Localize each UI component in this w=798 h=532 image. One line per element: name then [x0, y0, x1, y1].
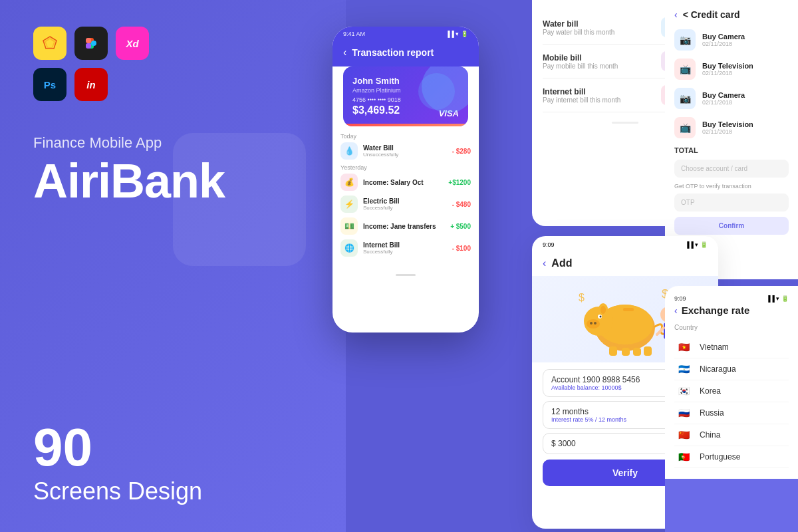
phone-mockup: 9:41 AM ▐▐ ▾ 🔋 ‹ Transaction report John…: [306, 27, 505, 505]
tx-water-bill[interactable]: 💧 Water Bill Unsuccessfully - $280: [340, 142, 471, 160]
camera-icon-1: 📷: [674, 29, 696, 51]
portuguese-name: Portuguese: [700, 452, 740, 462]
tv-icon-1: 📺: [674, 59, 696, 80]
tx-electric-amount: - $480: [452, 201, 471, 208]
buy-camera-1-info: Buy Camera 02/11/2018: [702, 33, 745, 47]
korea-name: Korea: [700, 386, 721, 396]
exchange-status-time: 9:09: [674, 295, 686, 302]
svg-text:$: $: [579, 292, 585, 303]
camera-icon-2: 📷: [674, 88, 696, 109]
tx-salary-icon: 💰: [340, 174, 358, 191]
svg-point-15: [600, 315, 602, 317]
scroll-indicator: [332, 261, 479, 284]
screens-count: 90: [33, 421, 313, 474]
tx-electric[interactable]: ⚡ Electric Bill Successfully - $480: [340, 196, 471, 213]
tx-internet-info: Internet Bill Successfully: [363, 241, 447, 255]
country-nicaragua[interactable]: 🇳🇮 Nicaragua: [674, 358, 789, 380]
tx-jane[interactable]: 💵 Income: Jane transfers + $500: [340, 217, 471, 235]
bg-decoration: [173, 133, 306, 266]
buy-camera-1[interactable]: 📷 Buy Camera 02/11/2018: [674, 29, 798, 51]
xd-icon[interactable]: Xd: [116, 27, 149, 60]
tx-water-info: Water Bill Unsuccessfully: [363, 144, 447, 158]
svg-rect-7: [86, 43, 91, 49]
tx-jane-info: Income: Jane transfers: [363, 223, 445, 230]
invision-icon[interactable]: in: [74, 68, 108, 101]
confirm-button[interactable]: Confirm: [674, 217, 789, 235]
tx-water-icon: 💧: [340, 142, 358, 160]
account-selector[interactable]: Choose account / card: [674, 160, 789, 178]
exchange-status-row: 9:09 ▐▐ ▾ 🔋: [674, 295, 789, 305]
photoshop-icon[interactable]: Ps: [33, 68, 66, 101]
tx-internet[interactable]: 🌐 Internet Bill Successfully - $100: [340, 239, 471, 257]
buy-television-2[interactable]: 📺 Buy Television 02/11/2018: [674, 117, 798, 138]
internet-bill-info: Internet bill Pay internet bill this mon…: [543, 87, 653, 104]
card-redbar: [343, 124, 468, 126]
tx-electric-icon: ⚡: [340, 196, 358, 213]
phone-frame: 9:41 AM ▐▐ ▾ 🔋 ‹ Transaction report John…: [332, 27, 479, 332]
country-russia[interactable]: 🇷🇺 Russia: [674, 402, 789, 424]
country-vietnam[interactable]: 🇻🇳 Vietnam: [674, 336, 789, 358]
russia-flag: 🇷🇺: [674, 406, 693, 420]
bottom-purple-banner: [665, 479, 798, 532]
card-name: John Smith: [352, 76, 459, 86]
status-icons: ▐▐ ▾ 🔋: [446, 31, 468, 37]
tx-internet-icon: 🌐: [340, 239, 358, 257]
svg-rect-22: [623, 308, 634, 311]
buy-tv-1-info: Buy Television 02/11/2018: [702, 62, 753, 76]
phone-status-bar: 9:41 AM ▐▐ ▾ 🔋: [332, 27, 479, 41]
exchange-rate-title: Exchange rate: [682, 305, 750, 316]
svg-point-11: [587, 319, 600, 329]
tx-water-amount: - $280: [452, 148, 471, 155]
svg-point-17: [600, 306, 606, 314]
add-status-bar: 9:09 ▐▐ ▾ 🔋: [532, 236, 718, 253]
water-bill-info: Water bill Pay water bill this month: [543, 19, 653, 36]
figma-icon[interactable]: [74, 27, 108, 60]
buy-television-1[interactable]: 📺 Buy Television 02/11/2018: [674, 59, 798, 80]
otp-input[interactable]: OTP: [674, 194, 789, 211]
tool-icons-group: Xd Ps in: [33, 27, 180, 101]
svg-rect-19: [622, 348, 630, 356]
card-network: VISA: [439, 108, 459, 118]
svg-point-12: [590, 322, 593, 325]
svg-rect-21: [644, 346, 652, 356]
tx-jane-amount: + $500: [450, 223, 471, 230]
country-label: Country: [674, 324, 789, 331]
credit-card-title: < Credit card: [683, 9, 740, 20]
tx-salary-info: Income: Salary Oct: [363, 179, 443, 186]
svg-rect-18: [609, 346, 617, 356]
sketch-icon[interactable]: [33, 27, 66, 60]
russia-name: Russia: [700, 408, 724, 418]
tv-icon-2: 📺: [674, 117, 696, 138]
country-portuguese[interactable]: 🇵🇹 Portuguese: [674, 446, 789, 468]
back-arrow[interactable]: ‹: [343, 47, 346, 59]
mobile-bill-info: Mobile bill Pay mobile bill this month: [543, 53, 653, 70]
card-number: 4756 •••• •••• 9018: [352, 96, 459, 103]
phone-credit-card[interactable]: John Smith Amazon Platinium 4756 •••• ••…: [343, 66, 468, 126]
tx-electric-info: Electric Bill Successfully: [363, 198, 447, 211]
vietnam-flag: 🇻🇳: [674, 340, 693, 354]
korea-flag: 🇰🇷: [674, 384, 693, 398]
country-korea[interactable]: 🇰🇷 Korea: [674, 380, 789, 402]
buy-camera-2[interactable]: 📷 Buy Camera 02/11/2018: [674, 88, 798, 109]
add-header: ‹ Add: [532, 253, 718, 276]
tx-jane-icon: 💵: [340, 217, 358, 235]
country-china[interactable]: 🇨🇳 China: [674, 424, 789, 446]
phone-header: ‹ Transaction report: [332, 41, 479, 66]
tx-internet-amount: - $100: [452, 245, 471, 252]
nicaragua-flag: 🇳🇮: [674, 362, 693, 376]
transactions-list: Today 💧 Water Bill Unsuccessfully - $280…: [332, 133, 479, 257]
screens-label: Screens Design: [33, 477, 313, 505]
credit-back-arrow[interactable]: ‹: [674, 9, 678, 20]
add-back-arrow[interactable]: ‹: [543, 257, 546, 269]
left-panel: Xd Ps in Finance Mobile App AiriBank 90 …: [0, 0, 346, 532]
add-status-time: 9:09: [543, 241, 555, 248]
exchange-back-arrow[interactable]: ‹: [674, 305, 678, 316]
svg-rect-20: [633, 348, 641, 356]
add-status-icons: ▐▐ ▾ 🔋: [685, 241, 708, 248]
add-title: Add: [551, 257, 572, 269]
buy-camera-2-info: Buy Camera 02/11/2018: [702, 91, 745, 106]
svg-point-13: [594, 322, 597, 325]
china-flag: 🇨🇳: [674, 428, 693, 442]
tx-salary[interactable]: 💰 Income: Salary Oct +$1200: [340, 174, 471, 191]
today-label: Today: [340, 133, 471, 140]
